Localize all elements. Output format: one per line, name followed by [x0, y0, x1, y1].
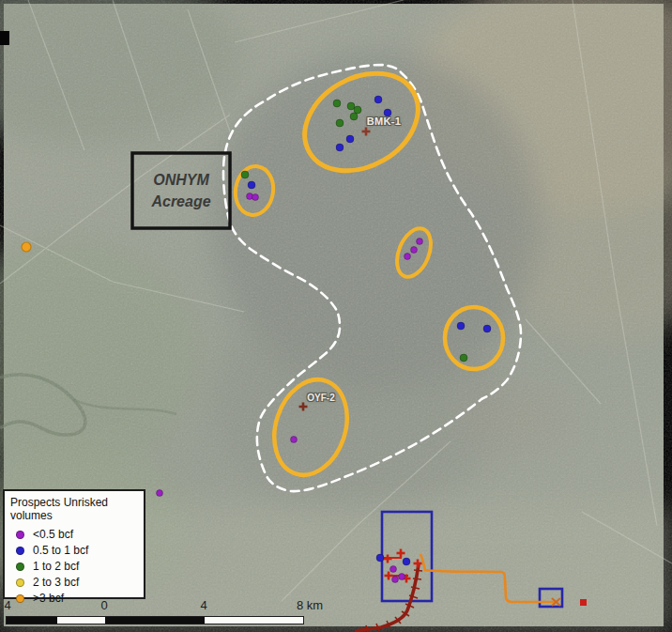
scalebar: 4 0 4 8 km	[0, 598, 338, 628]
acreage-label-line2: Acreage	[151, 191, 210, 212]
scalebar-label-1: 0	[100, 598, 107, 612]
legend-dot-icon	[16, 563, 24, 571]
map-figure: ONHYM Acreage BMK-1 OYF-2 Prospects Unri…	[0, 0, 672, 632]
legend-items: <0.5 bcf0.5 to 1 bcf1 to 2 bcf2 to 3 bcf…	[10, 527, 140, 606]
scalebar-segment	[205, 617, 303, 624]
legend-item: 1 to 2 bcf	[10, 559, 140, 574]
acreage-label: ONHYM Acreage	[132, 153, 230, 228]
well-label-bmk: BMK-1	[367, 116, 401, 127]
scalebar-bar	[6, 616, 304, 624]
legend-item: 0.5 to 1 bcf	[10, 543, 140, 558]
well-label-oyf: OYF-2	[307, 393, 334, 403]
legend-item: 2 to 3 bcf	[10, 575, 140, 590]
legend-dot-icon	[16, 578, 24, 587]
legend-item-label: 2 to 3 bcf	[33, 576, 79, 589]
scalebar-segment	[57, 617, 105, 624]
legend-title: Prospects Unrisked volumes	[10, 496, 140, 522]
legend-item: <0.5 bcf	[10, 527, 140, 542]
legend-dot-icon	[16, 547, 24, 555]
edge-black-chip	[0, 31, 9, 45]
acreage-label-line1: ONHYM	[153, 169, 209, 191]
legend-item-label: 1 to 2 bcf	[33, 560, 79, 573]
legend: Prospects Unrisked volumes <0.5 bcf0.5 t…	[3, 489, 145, 599]
scalebar-segment	[7, 617, 57, 624]
legend-item-label: <0.5 bcf	[33, 528, 73, 541]
scalebar-label-3: 8 km	[297, 598, 323, 612]
legend-dot-icon	[16, 531, 24, 539]
scalebar-label-2: 4	[200, 598, 206, 612]
legend-item-label: 0.5 to 1 bcf	[33, 544, 88, 557]
scalebar-segment	[105, 617, 205, 624]
scalebar-label-0: 4	[4, 598, 10, 612]
